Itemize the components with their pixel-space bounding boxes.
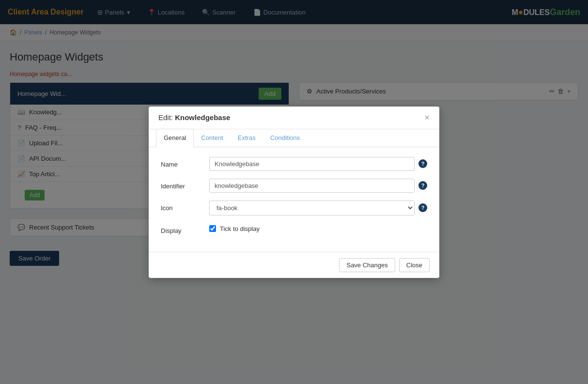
name-help-icon[interactable]: ?	[418, 159, 427, 168]
modal-title: Edit: Knowledgebase	[158, 113, 230, 122]
display-control-wrap: Tick to display	[209, 223, 427, 232]
name-label: Name	[161, 157, 209, 168]
identifier-label: Identifier	[161, 179, 209, 190]
icon-label: Icon	[161, 200, 209, 212]
tab-extras[interactable]: Extras	[231, 129, 263, 147]
display-checkbox-label: Tick to display	[220, 225, 260, 232]
display-field-group: Display Tick to display	[161, 223, 427, 234]
edit-modal: Edit: Knowledgebase × General Content Ex…	[149, 107, 439, 276]
display-checkbox[interactable]	[209, 225, 216, 232]
tab-conditions[interactable]: Conditions	[263, 129, 307, 147]
icon-select[interactable]: fa-book fa-question fa-file fa-chart-bar	[209, 200, 415, 215]
modal-tabs: General Content Extras Conditions	[149, 129, 439, 147]
identifier-field-group: Identifier ?	[161, 179, 427, 193]
identifier-control-wrap: ?	[209, 179, 427, 193]
identifier-help-icon[interactable]: ?	[418, 181, 427, 190]
icon-control-wrap: fa-book fa-question fa-file fa-chart-bar…	[209, 200, 427, 215]
tab-content[interactable]: Content	[194, 129, 231, 147]
close-modal-button[interactable]: Close	[399, 258, 430, 272]
modal-footer: Save Changes Close	[149, 252, 439, 276]
modal-close-button[interactable]: ×	[424, 113, 430, 122]
icon-field-group: Icon fa-book fa-question fa-file fa-char…	[161, 200, 427, 215]
modal-header: Edit: Knowledgebase ×	[149, 107, 439, 129]
name-control-wrap: ?	[209, 157, 427, 171]
icon-help-icon[interactable]: ?	[418, 203, 427, 212]
modal-body: Name ? Identifier ? Icon fa-bo	[149, 147, 439, 252]
name-field-group: Name ?	[161, 157, 427, 171]
display-label: Display	[161, 223, 209, 234]
modal-overlay: Edit: Knowledgebase × General Content Ex…	[0, 0, 588, 276]
identifier-input[interactable]	[209, 179, 415, 193]
display-checkbox-wrap: Tick to display	[209, 223, 260, 232]
save-changes-button[interactable]: Save Changes	[339, 258, 395, 272]
name-input[interactable]	[209, 157, 415, 171]
tab-general[interactable]: General	[156, 129, 194, 147]
